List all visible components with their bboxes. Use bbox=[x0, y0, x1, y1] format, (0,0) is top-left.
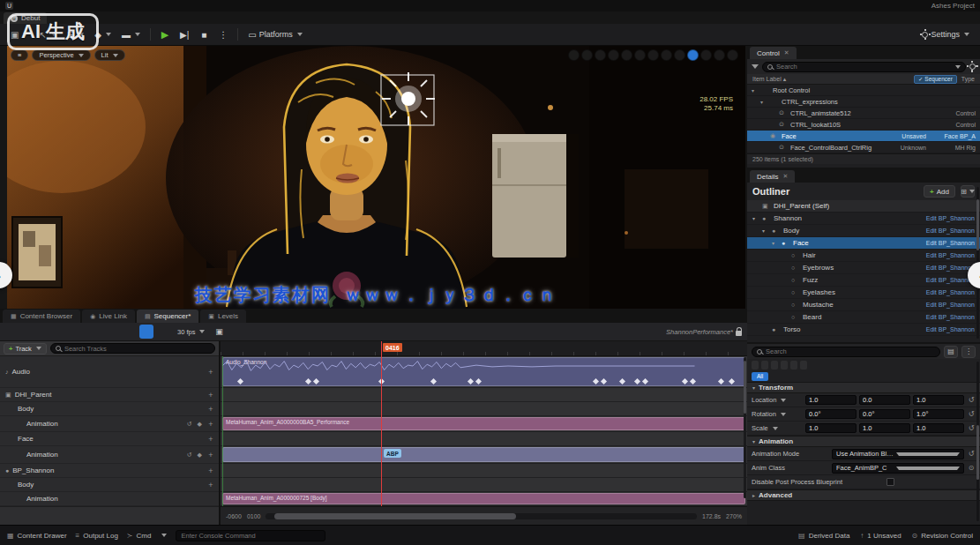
track-row[interactable]: ♪ Audio + bbox=[0, 356, 219, 388]
track-search[interactable] bbox=[50, 343, 215, 354]
section-chip[interactable]: ABP bbox=[384, 449, 401, 458]
viewport-tool-icon[interactable] bbox=[714, 49, 725, 61]
transport-button[interactable] bbox=[76, 510, 88, 522]
keyframe-diamond[interactable] bbox=[313, 378, 319, 384]
viewport-tool-icon[interactable] bbox=[727, 49, 738, 61]
section-transform[interactable]: ▾Transform bbox=[747, 382, 980, 393]
add-section-icon[interactable]: + bbox=[207, 451, 214, 459]
transform-label[interactable]: Location bbox=[752, 396, 803, 404]
timeline-ruler[interactable]: 0416 bbox=[221, 341, 747, 356]
animation-clip[interactable]: MetaHuman_Anim_A000000725 [Body] bbox=[222, 493, 745, 504]
sequencer-tool-button[interactable] bbox=[56, 325, 70, 339]
timeline-scroll-thumb[interactable] bbox=[274, 513, 516, 519]
y-value-field[interactable] bbox=[859, 395, 910, 405]
track-row[interactable]: ● BP_Shannon + bbox=[0, 464, 219, 478]
timeline-lane[interactable]: ABP bbox=[221, 446, 747, 464]
post-process-checkbox[interactable] bbox=[886, 478, 894, 486]
filter-chip[interactable] bbox=[790, 361, 797, 370]
outliner-row[interactable]: ○ Hair Edit BP_Shannon bbox=[747, 250, 980, 262]
y-value-field[interactable] bbox=[859, 409, 910, 419]
section-advanced[interactable]: ▸Advanced bbox=[747, 489, 980, 501]
toolbar-button[interactable]: ▬ bbox=[118, 26, 144, 42]
sequencer-chip[interactable]: ✓ Sequencer bbox=[914, 75, 957, 84]
statusbar-button[interactable]: ≡ Output Log bbox=[76, 532, 118, 540]
timeline-lane[interactable]: Audio_Shannon bbox=[221, 356, 747, 388]
keyframe-diamond[interactable] bbox=[468, 378, 474, 384]
edit-blueprint-link[interactable]: Edit BP_Shannon bbox=[926, 314, 975, 320]
details-options-icon[interactable]: ⋮ bbox=[961, 346, 976, 358]
keyframe-diamond[interactable] bbox=[729, 378, 735, 384]
edit-blueprint-link[interactable]: Edit BP_Shannon bbox=[926, 228, 975, 234]
reset-icon[interactable]: ↺ bbox=[967, 424, 976, 432]
add-actor-button[interactable]: + Add bbox=[924, 185, 955, 198]
chevron-down-icon[interactable] bbox=[161, 534, 167, 537]
sequencer-tool-button[interactable] bbox=[39, 325, 53, 339]
add-section-icon[interactable]: + bbox=[207, 481, 214, 489]
timeline-area[interactable]: 0416 Audio_Shannon bbox=[221, 341, 747, 525]
timeline-lane[interactable] bbox=[221, 478, 747, 492]
outliner-row[interactable]: ● Torso Edit BP_Shannon bbox=[747, 324, 980, 336]
statusbar-button[interactable]: ≻ Cmd bbox=[127, 532, 152, 540]
keyframe-diamond[interactable] bbox=[642, 378, 648, 384]
expander-icon[interactable]: ▾ bbox=[762, 228, 768, 234]
platforms-dropdown[interactable]: ▭ Platforms bbox=[244, 26, 305, 42]
skip-to-end-button[interactable]: ▶| bbox=[176, 26, 192, 42]
sequence-breadcrumb[interactable]: ShannonPerformance* bbox=[666, 328, 733, 336]
control-list-row[interactable]: ⊙ CTRL_animstate512 Control bbox=[747, 108, 980, 119]
filter-all-chip[interactable]: All bbox=[752, 372, 768, 381]
outliner-row[interactable]: ○ Mustache Edit BP_Shannon bbox=[747, 299, 980, 311]
keyframe-diamond[interactable] bbox=[682, 378, 688, 384]
keyframe-diamond[interactable] bbox=[593, 378, 599, 384]
track-row[interactable]: Face + bbox=[0, 432, 219, 446]
sequencer-tool-button[interactable] bbox=[139, 325, 153, 339]
add-section-icon[interactable]: + bbox=[207, 420, 214, 429]
outliner-row[interactable]: ▣ DHI_Parent (Self) bbox=[747, 200, 980, 213]
transport-button[interactable] bbox=[90, 510, 102, 522]
filter-chip[interactable] bbox=[781, 361, 788, 370]
sequencer-tool-button[interactable] bbox=[72, 325, 86, 339]
outliner-row[interactable]: ○ Eyebrows Edit BP_Shannon bbox=[747, 262, 980, 274]
viewport-tool-icon[interactable] bbox=[647, 49, 659, 61]
edit-blueprint-link[interactable]: Edit BP_Shannon bbox=[926, 215, 975, 221]
edit-blueprint-link[interactable]: Edit BP_Shannon bbox=[926, 302, 975, 308]
x-value-field[interactable] bbox=[805, 423, 857, 433]
browse-icon[interactable]: ⊙ bbox=[967, 464, 976, 472]
details-search-input[interactable] bbox=[766, 347, 935, 355]
track-row[interactable]: Animation ↺ ◆ + bbox=[0, 446, 219, 464]
reset-icon[interactable]: ↺ bbox=[967, 396, 976, 404]
lanes-scrollbar[interactable] bbox=[744, 357, 746, 498]
track-row[interactable]: Body + bbox=[0, 402, 219, 416]
filter-chip[interactable] bbox=[800, 361, 807, 370]
filter-chip[interactable] bbox=[771, 361, 778, 370]
track-row[interactable]: ▣ DHI_Parent + bbox=[0, 388, 219, 402]
x-value-field[interactable] bbox=[805, 409, 857, 419]
animation-mode-dropdown[interactable]: Use Animation Blueprint bbox=[832, 449, 964, 459]
control-list-row[interactable]: ⊙ CTRL_lookat10S Control bbox=[747, 119, 980, 131]
z-value-field[interactable] bbox=[913, 395, 964, 405]
section-animation[interactable]: ▾Animation bbox=[747, 436, 980, 447]
add-section-icon[interactable]: + bbox=[207, 435, 214, 444]
transform-label[interactable]: Rotation bbox=[752, 410, 803, 418]
transform-label[interactable]: Scale bbox=[752, 424, 803, 432]
statusbar-status[interactable]: ↑ 1 Unsaved bbox=[860, 532, 901, 540]
edit-blueprint-link[interactable]: Edit BP_Shannon bbox=[926, 289, 975, 295]
bottom-tab[interactable]: ◉ Live Link bbox=[82, 310, 135, 323]
add-track-button[interactable]: +Track bbox=[4, 343, 47, 355]
outliner-row[interactable]: ○ Eyelashes Edit BP_Shannon bbox=[747, 287, 980, 299]
add-section-icon[interactable]: + bbox=[207, 405, 214, 414]
reset-icon[interactable]: ↺ bbox=[967, 450, 976, 458]
y-value-field[interactable] bbox=[859, 423, 910, 433]
timeline-lane[interactable] bbox=[221, 464, 747, 478]
edit-blueprint-link[interactable]: Edit BP_Shannon bbox=[926, 240, 975, 246]
control-list-row[interactable]: ▾ CTRL_expressions bbox=[747, 96, 980, 108]
sequencer-tool-button[interactable] bbox=[123, 325, 137, 339]
control-list-row[interactable]: ◉ Face Unsaved Face BP_A bbox=[747, 131, 980, 142]
sequencer-tool-button[interactable] bbox=[22, 325, 36, 339]
column-type[interactable]: Type bbox=[961, 76, 975, 82]
statusbar-status[interactable]: ⊙ Revision Control bbox=[912, 532, 973, 540]
viewport-menu-button[interactable]: ≡ bbox=[11, 49, 28, 61]
keyframe-diamond[interactable] bbox=[430, 378, 437, 384]
sequencer-tool-button[interactable] bbox=[106, 325, 120, 339]
stop-button[interactable]: ■ bbox=[196, 26, 212, 42]
viewport-tool-icon[interactable] bbox=[661, 49, 672, 61]
